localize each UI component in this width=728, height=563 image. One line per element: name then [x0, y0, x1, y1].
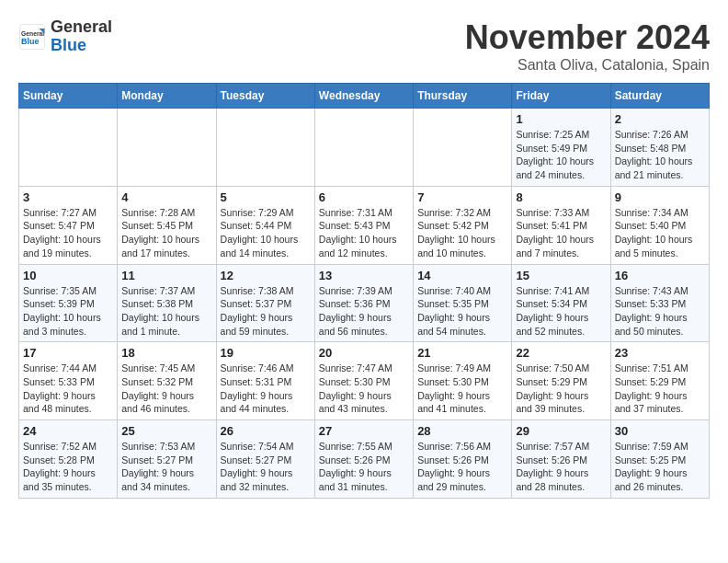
weekday-header-tuesday: Tuesday [216, 84, 314, 109]
svg-text:Blue: Blue [21, 36, 40, 45]
calendar-body: 1Sunrise: 7:25 AM Sunset: 5:49 PM Daylig… [19, 109, 710, 499]
day-number: 6 [319, 190, 409, 204]
day-info: Sunrise: 7:47 AM Sunset: 5:30 PM Dayligh… [319, 362, 409, 416]
day-number: 30 [615, 424, 705, 438]
day-info: Sunrise: 7:45 AM Sunset: 5:32 PM Dayligh… [121, 362, 211, 416]
day-number: 9 [615, 190, 705, 204]
day-number: 2 [615, 112, 705, 126]
day-number: 5 [221, 190, 311, 204]
calendar-cell [314, 109, 413, 187]
day-number: 14 [417, 269, 507, 282]
day-info: Sunrise: 7:31 AM Sunset: 5:43 PM Dayligh… [319, 206, 409, 260]
calendar-cell: 30Sunrise: 7:59 AM Sunset: 5:25 PM Dayli… [610, 420, 709, 499]
day-number: 28 [417, 424, 507, 438]
calendar-week-4: 17Sunrise: 7:44 AM Sunset: 5:33 PM Dayli… [19, 342, 710, 420]
month-title: November 2024 [465, 18, 710, 57]
day-number: 7 [417, 190, 507, 204]
day-number: 19 [221, 346, 311, 360]
day-info: Sunrise: 7:59 AM Sunset: 5:25 PM Dayligh… [615, 440, 705, 494]
calendar-cell: 8Sunrise: 7:33 AM Sunset: 5:41 PM Daylig… [512, 186, 610, 264]
weekday-header-monday: Monday [118, 84, 216, 109]
day-number: 18 [121, 346, 211, 360]
calendar-week-1: 1Sunrise: 7:25 AM Sunset: 5:49 PM Daylig… [19, 109, 710, 187]
calendar-cell: 24Sunrise: 7:52 AM Sunset: 5:28 PM Dayli… [19, 420, 118, 499]
day-info: Sunrise: 7:41 AM Sunset: 5:34 PM Dayligh… [516, 284, 606, 339]
day-info: Sunrise: 7:28 AM Sunset: 5:45 PM Dayligh… [121, 206, 211, 260]
svg-text:General: General [21, 29, 44, 36]
calendar-cell: 26Sunrise: 7:54 AM Sunset: 5:27 PM Dayli… [216, 420, 314, 499]
day-info: Sunrise: 7:50 AM Sunset: 5:29 PM Dayligh… [516, 362, 606, 416]
day-number: 24 [23, 424, 113, 438]
weekday-header-row: SundayMondayTuesdayWednesdayThursdayFrid… [19, 84, 710, 109]
day-info: Sunrise: 7:33 AM Sunset: 5:41 PM Dayligh… [516, 206, 606, 260]
calendar-cell: 17Sunrise: 7:44 AM Sunset: 5:33 PM Dayli… [19, 342, 118, 420]
weekday-header-sunday: Sunday [19, 84, 118, 109]
day-info: Sunrise: 7:53 AM Sunset: 5:27 PM Dayligh… [121, 440, 211, 494]
calendar-cell [19, 109, 118, 187]
day-info: Sunrise: 7:54 AM Sunset: 5:27 PM Dayligh… [221, 440, 311, 494]
logo: General Blue General Blue [18, 18, 112, 55]
day-info: Sunrise: 7:25 AM Sunset: 5:49 PM Dayligh… [516, 128, 606, 182]
logo-general: General [51, 18, 112, 37]
day-info: Sunrise: 7:26 AM Sunset: 5:48 PM Dayligh… [615, 128, 705, 182]
calendar-cell: 20Sunrise: 7:47 AM Sunset: 5:30 PM Dayli… [314, 342, 413, 420]
calendar-cell: 16Sunrise: 7:43 AM Sunset: 5:33 PM Dayli… [610, 264, 709, 342]
day-info: Sunrise: 7:27 AM Sunset: 5:47 PM Dayligh… [23, 206, 113, 260]
calendar-cell: 19Sunrise: 7:46 AM Sunset: 5:31 PM Dayli… [216, 342, 314, 420]
calendar-week-3: 10Sunrise: 7:35 AM Sunset: 5:39 PM Dayli… [19, 264, 710, 342]
calendar-cell: 23Sunrise: 7:51 AM Sunset: 5:29 PM Dayli… [610, 342, 709, 420]
day-number: 26 [221, 424, 311, 438]
day-info: Sunrise: 7:40 AM Sunset: 5:35 PM Dayligh… [417, 284, 507, 339]
calendar-cell: 27Sunrise: 7:55 AM Sunset: 5:26 PM Dayli… [314, 420, 413, 499]
calendar-cell: 14Sunrise: 7:40 AM Sunset: 5:35 PM Dayli… [414, 264, 512, 342]
calendar-cell: 21Sunrise: 7:49 AM Sunset: 5:30 PM Dayli… [414, 342, 512, 420]
calendar-cell: 2Sunrise: 7:26 AM Sunset: 5:48 PM Daylig… [610, 109, 709, 187]
calendar-cell: 1Sunrise: 7:25 AM Sunset: 5:49 PM Daylig… [512, 109, 610, 187]
day-number: 3 [23, 190, 113, 204]
day-number: 13 [319, 269, 409, 282]
day-info: Sunrise: 7:44 AM Sunset: 5:33 PM Dayligh… [23, 362, 113, 416]
day-info: Sunrise: 7:39 AM Sunset: 5:36 PM Dayligh… [319, 284, 409, 339]
calendar-cell: 22Sunrise: 7:50 AM Sunset: 5:29 PM Dayli… [512, 342, 610, 420]
calendar-cell: 18Sunrise: 7:45 AM Sunset: 5:32 PM Dayli… [118, 342, 216, 420]
day-number: 16 [615, 269, 705, 282]
day-info: Sunrise: 7:49 AM Sunset: 5:30 PM Dayligh… [417, 362, 507, 416]
calendar-week-5: 24Sunrise: 7:52 AM Sunset: 5:28 PM Dayli… [19, 420, 710, 499]
day-info: Sunrise: 7:56 AM Sunset: 5:26 PM Dayligh… [417, 440, 507, 494]
day-number: 10 [23, 269, 113, 282]
calendar-cell: 13Sunrise: 7:39 AM Sunset: 5:36 PM Dayli… [314, 264, 413, 342]
day-number: 23 [615, 346, 705, 360]
weekday-header-thursday: Thursday [414, 84, 512, 109]
day-info: Sunrise: 7:51 AM Sunset: 5:29 PM Dayligh… [615, 362, 705, 416]
calendar-cell [216, 109, 314, 187]
weekday-header-friday: Friday [512, 84, 610, 109]
calendar-cell: 12Sunrise: 7:38 AM Sunset: 5:37 PM Dayli… [216, 264, 314, 342]
day-number: 17 [23, 346, 113, 360]
calendar-week-2: 3Sunrise: 7:27 AM Sunset: 5:47 PM Daylig… [19, 186, 710, 264]
logo-blue: Blue [51, 37, 112, 55]
day-number: 21 [417, 346, 507, 360]
header: General Blue General Blue November 2024 … [18, 18, 710, 74]
day-number: 29 [516, 424, 606, 438]
location: Santa Oliva, Catalonia, Spain [465, 57, 710, 74]
calendar: SundayMondayTuesdayWednesdayThursdayFrid… [18, 83, 710, 499]
day-info: Sunrise: 7:37 AM Sunset: 5:38 PM Dayligh… [121, 284, 211, 339]
calendar-cell: 5Sunrise: 7:29 AM Sunset: 5:44 PM Daylig… [216, 186, 314, 264]
day-info: Sunrise: 7:35 AM Sunset: 5:39 PM Dayligh… [23, 284, 113, 339]
day-number: 12 [221, 269, 311, 282]
day-number: 1 [516, 112, 606, 126]
day-number: 27 [319, 424, 409, 438]
day-number: 4 [121, 190, 211, 204]
weekday-header-saturday: Saturday [610, 84, 709, 109]
weekday-header-wednesday: Wednesday [314, 84, 413, 109]
day-number: 20 [319, 346, 409, 360]
calendar-cell: 11Sunrise: 7:37 AM Sunset: 5:38 PM Dayli… [118, 264, 216, 342]
day-info: Sunrise: 7:46 AM Sunset: 5:31 PM Dayligh… [221, 362, 311, 416]
calendar-cell: 4Sunrise: 7:28 AM Sunset: 5:45 PM Daylig… [118, 186, 216, 264]
calendar-cell: 6Sunrise: 7:31 AM Sunset: 5:43 PM Daylig… [314, 186, 413, 264]
calendar-cell: 28Sunrise: 7:56 AM Sunset: 5:26 PM Dayli… [414, 420, 512, 499]
logo-icon: General Blue [18, 23, 46, 51]
title-area: November 2024 Santa Oliva, Catalonia, Sp… [465, 18, 710, 74]
day-info: Sunrise: 7:34 AM Sunset: 5:40 PM Dayligh… [615, 206, 705, 260]
calendar-cell: 7Sunrise: 7:32 AM Sunset: 5:42 PM Daylig… [414, 186, 512, 264]
